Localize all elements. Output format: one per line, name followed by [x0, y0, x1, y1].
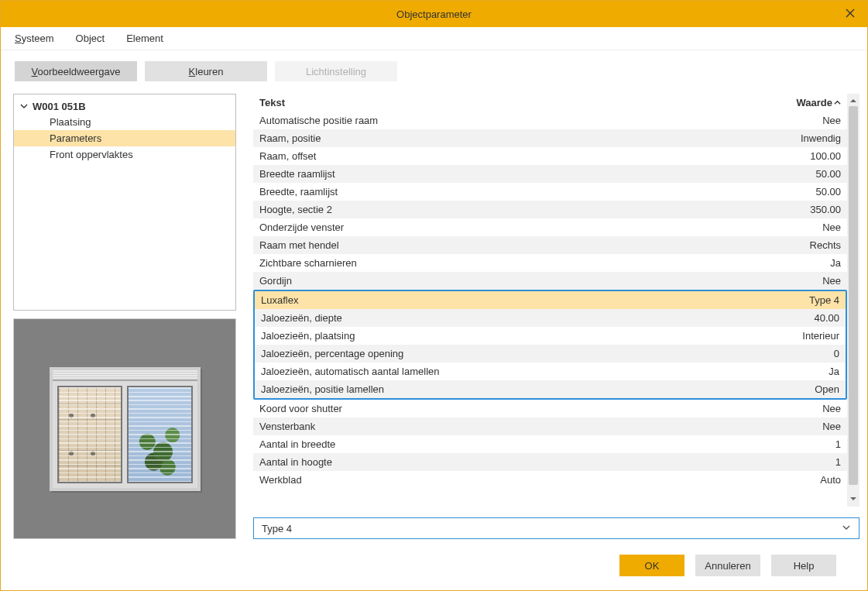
- cell-text: Luxaflex: [261, 294, 770, 306]
- grid-row[interactable]: Jaloezieën, automatisch aantal lamellenJ…: [255, 363, 846, 380]
- grid-row[interactable]: Automatische positie raamNee: [253, 112, 847, 129]
- tree-item-label: Plaatsing: [50, 116, 91, 128]
- cell-text: Raam met hendel: [259, 239, 771, 251]
- cell-value: Nee: [771, 421, 841, 432]
- cell-text: Onderzijde venster: [259, 222, 771, 233]
- sidebar: W001 051B Plaatsing Parameters Front opp…: [13, 94, 236, 539]
- grid-row[interactable]: Aantal in hoogte1: [253, 453, 847, 471]
- grid-row[interactable]: Breedte raamlijst50.00: [253, 165, 847, 183]
- tree-item-plaatsing[interactable]: Plaatsing: [14, 114, 235, 130]
- cell-value: Interieur: [770, 330, 839, 342]
- grid-row[interactable]: Koord voor shutterNee: [253, 400, 847, 417]
- menu-object[interactable]: Object: [76, 33, 105, 44]
- cell-value: 1: [771, 456, 841, 468]
- grid-row[interactable]: GordijnNee: [253, 272, 847, 290]
- tree-item-label: Parameters: [50, 132, 101, 144]
- cell-text: Jaloezieën, percentage opening: [261, 348, 770, 359]
- grid-row[interactable]: Aantal in breedte1: [253, 435, 847, 453]
- cell-text: Vensterbank: [259, 421, 771, 432]
- titlebar: Objectparameter: [1, 1, 867, 27]
- scroll-up-icon[interactable]: [849, 95, 857, 107]
- cell-text: Werkblad: [259, 474, 771, 486]
- tree-item-front-oppervlaktes[interactable]: Front oppervlaktes: [14, 146, 235, 163]
- cell-text: Zichtbare scharnieren: [259, 257, 771, 269]
- cell-text: Automatische positie raam: [259, 115, 771, 126]
- grid-row[interactable]: Jaloezieën, percentage opening0: [255, 345, 846, 363]
- dialog-window: Objectparameter Systeem Object Element V…: [0, 0, 868, 591]
- grid-row[interactable]: Zichtbare scharnierenJa: [253, 254, 847, 272]
- grid-group-luxaflex: LuxaflexType 4Jaloezieën, diepte40.00Jal…: [253, 290, 847, 400]
- tab-kleuren[interactable]: Kleuren: [145, 61, 267, 81]
- tree-item-parameters[interactable]: Parameters: [14, 130, 235, 146]
- tree-item-label: Front oppervlaktes: [50, 149, 133, 160]
- grid-row[interactable]: Raam, positieInwendig: [253, 129, 847, 147]
- cell-value: 0: [770, 348, 839, 359]
- column-header-tekst[interactable]: Tekst: [259, 97, 771, 108]
- window-title: Objectparameter: [396, 9, 472, 20]
- tree-root-label: W001 051B: [33, 101, 86, 112]
- cell-value: Inwendig: [771, 132, 841, 144]
- menu-element[interactable]: Element: [126, 33, 163, 44]
- scrollbar-thumb[interactable]: [849, 106, 858, 485]
- cell-text: Koord voor shutter: [259, 403, 771, 414]
- main-panel: Tekst Waarde Automatische positie raamNe…: [253, 94, 859, 539]
- cell-text: Aantal in hoogte: [259, 456, 771, 468]
- cell-text: Jaloezieën, positie lamellen: [261, 383, 770, 395]
- tree-root[interactable]: W001 051B: [14, 99, 235, 114]
- grid-row[interactable]: Onderzijde vensterNee: [253, 218, 847, 236]
- menubar: Systeem Object Element: [1, 27, 867, 50]
- help-button[interactable]: Help: [771, 555, 836, 576]
- grid-row[interactable]: Jaloezieën, plaatsingInterieur: [255, 327, 846, 345]
- scroll-down-icon[interactable]: [849, 493, 857, 505]
- cell-text: Raam, offset: [259, 150, 771, 162]
- cell-value: 40.00: [770, 312, 839, 324]
- cell-value: Auto: [771, 474, 841, 486]
- grid-table: Tekst Waarde Automatische positie raamNe…: [253, 94, 847, 507]
- dropdown-value: Type 4: [262, 523, 292, 534]
- chevron-down-icon: [842, 523, 851, 534]
- cancel-button[interactable]: Annuleren: [695, 555, 760, 576]
- cell-value: Nee: [771, 115, 841, 126]
- menu-systeem[interactable]: Systeem: [15, 33, 54, 44]
- vertical-scrollbar[interactable]: [847, 94, 859, 507]
- grid-row[interactable]: LuxaflexType 4: [255, 291, 846, 309]
- sort-asc-icon: [834, 97, 841, 108]
- cell-text: Breedte, raamlijst: [259, 186, 771, 198]
- grid-header[interactable]: Tekst Waarde: [253, 94, 847, 112]
- cell-value: 1: [771, 438, 841, 450]
- cell-value: 350.00: [771, 204, 841, 215]
- cell-text: Hoogte, sectie 2: [259, 204, 771, 215]
- cell-value: Ja: [770, 366, 839, 377]
- grid-row[interactable]: Jaloezieën, diepte40.00: [255, 309, 846, 327]
- dialog-body: W001 051B Plaatsing Parameters Front opp…: [1, 86, 867, 539]
- ok-button[interactable]: OK: [619, 555, 684, 576]
- dialog-footer: OK Annuleren Help: [1, 539, 867, 590]
- cell-text: Jaloezieën, plaatsing: [261, 330, 770, 342]
- tree: W001 051B Plaatsing Parameters Front opp…: [13, 94, 236, 311]
- grid-row[interactable]: Hoogte, sectie 2350.00: [253, 201, 847, 218]
- tabbar: Voorbeeldweergave Kleuren Lichtinstellin…: [1, 50, 867, 86]
- tab-voorbeeldweergave[interactable]: Voorbeeldweergave: [15, 61, 137, 81]
- cell-text: Aantal in breedte: [259, 438, 771, 450]
- cell-value: Rechts: [771, 239, 841, 251]
- cell-text: Breedte raamlijst: [259, 168, 771, 180]
- column-header-waarde[interactable]: Waarde: [771, 97, 841, 108]
- grid-row[interactable]: VensterbankNee: [253, 417, 847, 435]
- close-button[interactable]: [833, 1, 867, 27]
- grid-row[interactable]: Raam met hendelRechts: [253, 236, 847, 254]
- grid-row[interactable]: Jaloezieën, positie lamellenOpen: [255, 380, 846, 398]
- cell-value: Nee: [771, 403, 841, 414]
- grid-row[interactable]: Raam, offset100.00: [253, 147, 847, 165]
- preview-window-graphic: [50, 367, 201, 491]
- cell-text: Gordijn: [259, 275, 771, 287]
- cell-text: Raam, positie: [259, 132, 771, 144]
- grid-row[interactable]: Breedte, raamlijst50.00: [253, 183, 847, 201]
- cell-value: Ja: [771, 257, 841, 269]
- cell-value: Open: [770, 383, 839, 395]
- value-dropdown[interactable]: Type 4: [253, 517, 859, 539]
- grid-row[interactable]: WerkbladAuto: [253, 471, 847, 489]
- cell-text: Jaloezieën, diepte: [261, 312, 770, 324]
- preview-pane: [13, 318, 236, 539]
- cell-text: Jaloezieën, automatisch aantal lamellen: [261, 366, 770, 377]
- close-icon: [846, 9, 855, 20]
